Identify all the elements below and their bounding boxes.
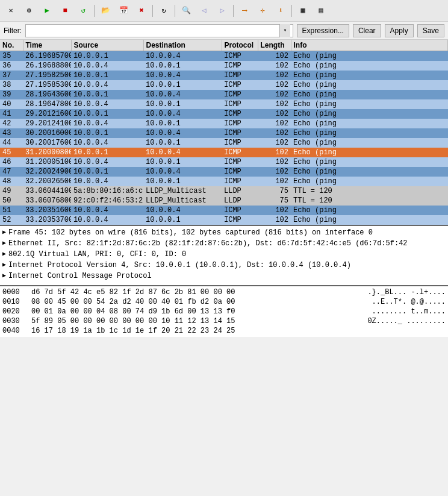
table-cell: ICMP bbox=[222, 109, 258, 119]
table-row[interactable]: 3827.19585300010.0.0.410.0.0.1ICMP102Ech… bbox=[0, 80, 448, 90]
table-cell: 44 bbox=[0, 138, 23, 148]
table-cell: 41 bbox=[0, 109, 23, 119]
table-cell: LLDP_Multicast bbox=[143, 196, 222, 206]
col-header-length[interactable]: Length bbox=[258, 40, 291, 51]
apply-button[interactable]: Apply bbox=[385, 24, 414, 37]
table-cell: Echo (ping bbox=[291, 215, 448, 225]
table-cell: ICMP bbox=[222, 90, 258, 99]
hex-bytes: 5f 89 05 00 00 00 00 00 00 00 10 11 12 1… bbox=[31, 316, 362, 326]
go-orange-icon[interactable]: ⟶ bbox=[236, 2, 253, 19]
col-header-source[interactable]: Source bbox=[71, 40, 143, 51]
table-cell: Echo (ping bbox=[291, 51, 448, 61]
save-button[interactable]: Save bbox=[417, 24, 444, 37]
filter-input[interactable] bbox=[28, 27, 279, 35]
filter-dropdown-btn[interactable]: ▾ bbox=[279, 24, 290, 37]
table-row[interactable]: 4631.20005100010.0.0.410.0.0.1ICMP102Ech… bbox=[0, 157, 448, 167]
table-cell: ICMP bbox=[222, 99, 258, 109]
table-row[interactable]: 3727.19582500010.0.0.110.0.0.4ICMP102Ech… bbox=[0, 71, 448, 80]
table-row[interactable]: 4531.20000800010.0.0.110.0.0.4ICMP102Ech… bbox=[0, 148, 448, 157]
table-row[interactable]: 3928.19643600010.0.0.110.0.0.4ICMP102Ech… bbox=[0, 90, 448, 99]
table-cell: 10.0.0.4 bbox=[71, 119, 143, 128]
table-cell: 10.0.0.1 bbox=[143, 80, 222, 90]
detail-text: Frame 45: 102 bytes on wire (816 bits), … bbox=[8, 228, 373, 237]
back-icon[interactable]: ◁ bbox=[196, 2, 213, 19]
shark-start-icon[interactable]: ▶ bbox=[39, 2, 55, 19]
view2-icon[interactable]: ▤ bbox=[313, 2, 329, 19]
table-cell: 26.196857000 bbox=[23, 51, 71, 61]
restart-icon[interactable]: ↺ bbox=[75, 2, 92, 19]
table-cell: Echo (ping bbox=[291, 206, 448, 215]
table-cell: 35 bbox=[0, 51, 23, 61]
table-cell: 10.0.0.4 bbox=[143, 71, 222, 80]
col-header-time[interactable]: Time bbox=[23, 40, 71, 51]
table-row[interactable]: 4933.0604410005a:8b:80:16:a6:cfLLDP_Mult… bbox=[0, 186, 448, 196]
table-row[interactable]: 3626.19688800010.0.0.410.0.0.1ICMP102Ech… bbox=[0, 61, 448, 71]
table-row[interactable]: 5133.20351600010.0.0.410.0.0.4ICMP102Ech… bbox=[0, 206, 448, 215]
expression-button[interactable]: Expression... bbox=[297, 24, 349, 37]
detail-row[interactable]: ▶Frame 45: 102 bytes on wire (816 bits),… bbox=[2, 227, 446, 238]
open-icon[interactable]: 📂 bbox=[97, 2, 114, 19]
table-cell: Echo (ping bbox=[291, 167, 448, 177]
table-cell: 102 bbox=[258, 51, 291, 61]
col-header-destination[interactable]: Destination bbox=[143, 40, 222, 51]
table-cell: TTL = 120 bbox=[291, 196, 448, 206]
clear-button[interactable]: Clear bbox=[353, 24, 381, 37]
table-cell: 10.0.0.1 bbox=[71, 128, 143, 138]
table-cell: 33.203537000 bbox=[23, 215, 71, 225]
settings-icon[interactable]: ⚙ bbox=[20, 2, 37, 19]
stop-icon[interactable]: ■ bbox=[57, 2, 73, 19]
table-cell: ICMP bbox=[222, 80, 258, 90]
table-cell: LLDP_Multicast bbox=[143, 186, 222, 196]
packet-table: No. Time Source Destination Protocol Len… bbox=[0, 40, 448, 225]
table-cell: 102 bbox=[258, 71, 291, 80]
hex-ascii: .}._BL... -.l+.... bbox=[367, 287, 446, 297]
calendar-icon[interactable]: 📅 bbox=[115, 2, 132, 19]
table-cell: 10.0.0.4 bbox=[143, 109, 222, 119]
download-icon[interactable]: ⬇ bbox=[272, 2, 289, 19]
detail-row[interactable]: ▶Internet Control Message Protocol bbox=[2, 271, 446, 281]
table-cell: 102 bbox=[258, 177, 291, 186]
detail-text: Ethernet II, Src: 82:1f:2d:87:6c:2b (82:… bbox=[8, 239, 408, 248]
col-header-protocol[interactable]: Protocol bbox=[222, 40, 258, 51]
table-row[interactable]: 4028.19647800010.0.0.410.0.0.1ICMP102Ech… bbox=[0, 99, 448, 109]
pin-icon[interactable]: ✛ bbox=[254, 2, 271, 19]
col-header-info[interactable]: Info bbox=[291, 40, 448, 51]
close-cap-icon[interactable]: ✖ bbox=[133, 2, 150, 19]
refresh-icon[interactable]: ↻ bbox=[155, 2, 172, 19]
table-cell: ICMP bbox=[222, 61, 258, 71]
table-cell: 102 bbox=[258, 99, 291, 109]
hex-offset: 0000 bbox=[2, 287, 26, 297]
hex-offset: 0030 bbox=[2, 316, 26, 326]
table-row[interactable]: 4129.20121600010.0.0.110.0.0.4ICMP102Ech… bbox=[0, 109, 448, 119]
table-row[interactable]: 3526.19685700010.0.0.110.0.0.4ICMP102Ech… bbox=[0, 51, 448, 61]
table-cell: 102 bbox=[258, 80, 291, 90]
table-cell: 31.200008000 bbox=[23, 148, 71, 157]
table-cell: 10.0.0.1 bbox=[71, 109, 143, 119]
table-row[interactable]: 4732.20024900010.0.0.110.0.0.4ICMP102Ech… bbox=[0, 167, 448, 177]
table-cell: 29.201241000 bbox=[23, 119, 71, 128]
separator2 bbox=[152, 5, 153, 17]
detail-row[interactable]: ▶Ethernet II, Src: 82:1f:2d:87:6c:2b (82… bbox=[2, 238, 446, 249]
table-cell: Echo (ping bbox=[291, 71, 448, 80]
forward-icon[interactable]: ▷ bbox=[214, 2, 231, 19]
table-row[interactable]: 5033.06076800092:c0:f2:46:53:29LLDP_Mult… bbox=[0, 196, 448, 206]
hex-ascii: ..E..T*. @.@..... bbox=[372, 297, 446, 307]
detail-row[interactable]: ▶Internet Protocol Version 4, Src: 10.0.… bbox=[2, 260, 446, 271]
detail-row[interactable]: ▶802.1Q Virtual LAN, PRI: 0, CFI: 0, ID:… bbox=[2, 249, 446, 260]
table-cell: ICMP bbox=[222, 177, 258, 186]
table-cell: 27.195853000 bbox=[23, 80, 71, 90]
expand-arrow-icon: ▶ bbox=[2, 271, 6, 281]
table-row[interactable]: 5233.20353700010.0.0.410.0.0.1ICMP102Ech… bbox=[0, 215, 448, 225]
table-row[interactable]: 4229.20124100010.0.0.410.0.0.1ICMP102Ech… bbox=[0, 119, 448, 128]
search-icon[interactable]: 🔍 bbox=[178, 2, 194, 19]
view1-icon[interactable]: ▦ bbox=[294, 2, 311, 19]
table-row[interactable]: 4832.20026500010.0.0.410.0.0.1ICMP102Ech… bbox=[0, 177, 448, 186]
expand-arrow-icon: ▶ bbox=[2, 260, 6, 270]
table-cell: 102 bbox=[258, 119, 291, 128]
close-icon[interactable]: ✕ bbox=[2, 2, 19, 19]
table-row[interactable]: 4330.20016000010.0.0.110.0.0.4ICMP102Ech… bbox=[0, 128, 448, 138]
col-header-no[interactable]: No. bbox=[0, 40, 23, 51]
detail-text: Internet Protocol Version 4, Src: 10.0.0… bbox=[8, 260, 351, 270]
table-row[interactable]: 4430.20017600010.0.0.410.0.0.1ICMP102Ech… bbox=[0, 138, 448, 148]
table-cell: ICMP bbox=[222, 206, 258, 215]
